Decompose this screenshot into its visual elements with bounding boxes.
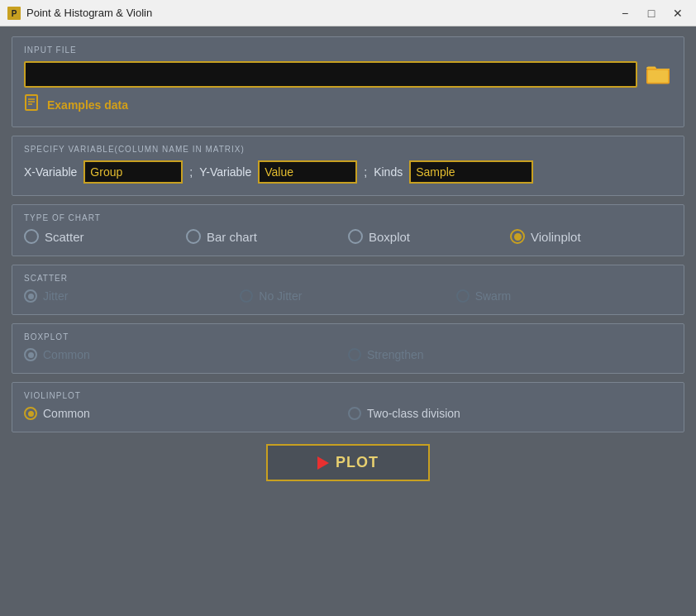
violinplot-radio-label: Violinplot <box>531 230 581 244</box>
bar-radio-label: Bar chart <box>207 230 257 244</box>
scatter-label: SCATTER <box>24 274 672 283</box>
chart-type-scatter[interactable]: Scatter <box>24 229 186 244</box>
boxplot-panel: BOXPLOT Common Strengthen <box>12 323 684 374</box>
boxplot-strengthen[interactable]: Strengthen <box>348 348 672 361</box>
swarm-radio-label: Swarm <box>475 289 512 303</box>
x-variable-input[interactable] <box>83 160 183 184</box>
examples-icon <box>24 94 42 115</box>
boxplot-radio-circle <box>348 229 363 244</box>
input-file-label: INPUT FILE <box>24 45 672 55</box>
plot-btn-container: PLOT <box>12 444 684 481</box>
violinplot-common-label: Common <box>43 407 90 420</box>
boxplot-label: BOXPLOT <box>24 332 672 341</box>
nojitter-radio-label: No Jitter <box>259 289 302 303</box>
plot-button[interactable]: PLOT <box>266 444 430 481</box>
boxplot-strengthen-radio-circle <box>348 348 361 361</box>
violinplot-twoclass-radio-circle <box>348 407 361 420</box>
titlebar: P Point & Histogram & Violin − □ ✕ <box>0 0 696 26</box>
examples-data-button[interactable]: Examples data <box>24 94 128 115</box>
chart-type-boxplot[interactable]: Boxplot <box>348 229 510 244</box>
variable-label: SPECIFY VARIABLE(COLUMN NAME IN MATRIX) <box>24 145 672 154</box>
jitter-radio-circle <box>24 289 37 303</box>
y-variable-input[interactable] <box>258 160 357 184</box>
chart-type-radio-row: Scatter Bar chart Boxplot Violinplot <box>24 229 672 244</box>
chart-type-violinplot[interactable]: Violinplot <box>510 229 672 244</box>
bar-radio-circle <box>186 229 201 244</box>
boxplot-common-radio-circle <box>24 348 37 361</box>
document-icon <box>24 94 42 111</box>
sep2: ; <box>364 165 367 179</box>
violinplot-panel: VIOLINPLOT Common Two-class division <box>12 382 684 432</box>
boxplot-radio-label: Boxplot <box>369 230 410 244</box>
violinplot-twoclass-label: Two-class division <box>367 407 460 420</box>
svg-rect-4 <box>26 95 37 110</box>
y-variable-label: Y-Variable <box>199 165 251 179</box>
chart-type-panel: TYPE OF CHART Scatter Bar chart Boxplot … <box>12 204 684 256</box>
violinplot-common-radio-circle <box>24 407 37 420</box>
variable-panel: SPECIFY VARIABLE(COLUMN NAME IN MATRIX) … <box>12 136 684 196</box>
sep1: ; <box>189 165 193 179</box>
window-title: Point & Histogram & Violin <box>26 7 613 19</box>
kinds-label: Kinds <box>374 165 403 179</box>
folder-browse-button[interactable] <box>644 61 672 88</box>
scatter-radio-row: Jitter No Jitter Swarm <box>24 289 672 303</box>
chart-type-bar[interactable]: Bar chart <box>186 229 348 244</box>
app-icon: P <box>7 6 21 21</box>
violinplot-radio-circle <box>510 229 525 244</box>
violinplot-label: VIOLINPLOT <box>24 391 672 400</box>
scatter-panel: SCATTER Jitter No Jitter Swarm <box>12 265 684 315</box>
svg-text:P: P <box>12 9 17 18</box>
maximize-button[interactable]: □ <box>640 4 663 22</box>
scatter-jitter[interactable]: Jitter <box>24 289 240 303</box>
window-body: INPUT FILE Examples data <box>0 26 696 616</box>
folder-icon <box>646 64 670 84</box>
scatter-swarm[interactable]: Swarm <box>456 289 672 303</box>
variable-row: X-Variable ; Y-Variable ; Kinds <box>24 160 672 184</box>
plot-button-label: PLOT <box>336 454 379 471</box>
x-variable-label: X-Variable <box>24 165 77 179</box>
nojitter-radio-circle <box>240 289 253 303</box>
kinds-input[interactable] <box>409 160 533 184</box>
scatter-radio-circle <box>24 229 39 244</box>
scatter-radio-label: Scatter <box>45 230 84 244</box>
boxplot-radio-row: Common Strengthen <box>24 348 672 361</box>
scatter-nojitter[interactable]: No Jitter <box>240 289 455 303</box>
input-file-panel: INPUT FILE Examples data <box>12 36 684 127</box>
examples-data-label: Examples data <box>47 98 128 112</box>
jitter-radio-label: Jitter <box>43 289 68 303</box>
close-button[interactable]: ✕ <box>666 4 689 22</box>
chart-type-label: TYPE OF CHART <box>24 213 672 222</box>
violinplot-common[interactable]: Common <box>24 407 348 420</box>
violinplot-twoclass[interactable]: Two-class division <box>348 407 672 420</box>
boxplot-common-label: Common <box>43 348 90 361</box>
window-controls: − □ ✕ <box>613 4 689 22</box>
svg-rect-3 <box>648 70 669 83</box>
boxplot-strengthen-label: Strengthen <box>367 348 424 361</box>
swarm-radio-circle <box>456 289 470 303</box>
file-input-box[interactable] <box>24 61 637 88</box>
minimize-button[interactable]: − <box>613 4 636 22</box>
violinplot-radio-row: Common Two-class division <box>24 407 672 420</box>
input-file-row <box>24 61 672 88</box>
play-icon <box>317 456 329 470</box>
boxplot-common[interactable]: Common <box>24 348 348 361</box>
